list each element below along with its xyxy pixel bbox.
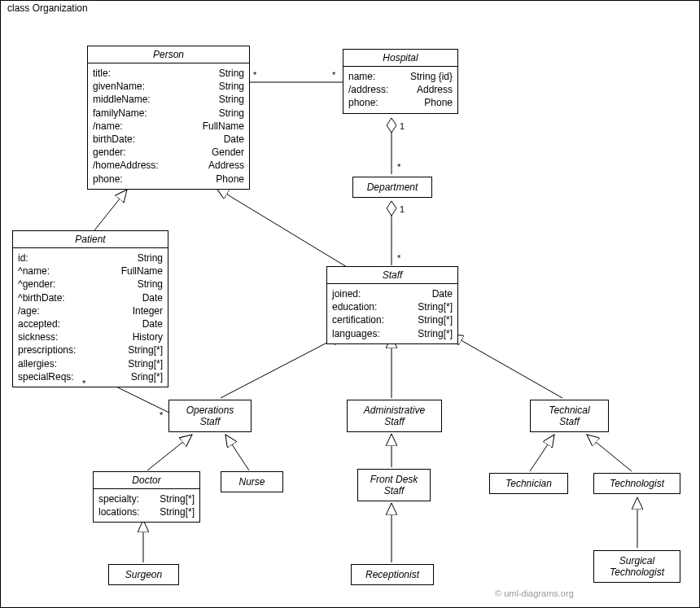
svg-line-13 [587,435,632,471]
diagram-frame: class Organization [0,0,700,608]
class-doctor: Doctor specialty:String[*]locations:Stri… [93,471,200,523]
frame-title: class Organization [0,0,95,19]
class-technician: Technician [489,473,568,494]
class-admin: AdministrativeStaff [347,400,442,432]
class-hospital: Hospital name:String {id}/address:Addres… [343,49,458,114]
class-title: Hospital [343,50,457,67]
watermark: © uml-diagrams.org [495,588,574,598]
class-department: Department [352,177,432,198]
mult: 1 [400,204,405,214]
mult: 1 [400,121,405,131]
mult: * [253,70,256,80]
attrs-person: title:StringgivenName:StringmiddleName:S… [88,63,249,189]
svg-line-12 [530,435,554,471]
attrs-hospital: name:String {id}/address:Addressphone:Ph… [343,67,457,113]
class-patient: Patient id:String^name:FullName^gender:S… [12,230,168,387]
attrs-patient: id:String^name:FullName^gender:String^bi… [13,248,168,387]
class-tech: TechnicalStaff [530,400,609,432]
mult: * [160,410,163,420]
mult: * [397,162,400,172]
class-nurse: Nurse [221,471,283,492]
class-title: Person [88,46,249,63]
class-receptionist: Receptionist [351,564,434,585]
svg-line-2 [217,188,351,269]
attrs-doctor: specialty:String[*]locations:String[*] [94,489,199,522]
class-technologist: Technologist [593,473,680,494]
mult: * [397,253,400,263]
class-surgeon: Surgeon [108,564,179,585]
svg-line-6 [221,335,343,398]
class-frontdesk: Front DeskStaff [357,469,431,501]
class-surgtech: SurgicalTechnologist [593,550,680,583]
attrs-staff: joined:Dateeducation:String[*]certificat… [327,284,457,343]
svg-line-1 [94,190,127,230]
svg-line-8 [451,335,562,398]
mult: * [332,70,335,80]
mult: * [82,378,85,388]
svg-line-10 [225,435,249,470]
class-ops: OperationsStaff [168,400,252,432]
svg-line-9 [147,435,192,470]
class-staff: Staff joined:Dateeducation:String[*]cert… [326,266,458,344]
class-person: Person title:StringgivenName:Stringmiddl… [87,46,250,190]
